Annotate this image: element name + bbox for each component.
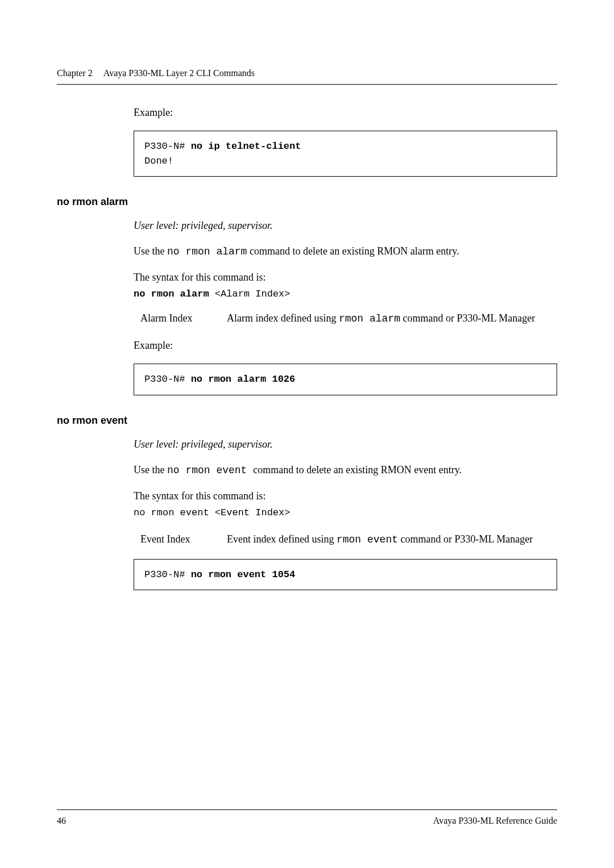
syntax-label: The syntax for this command is: [134, 489, 557, 504]
code-example-block: P330-N# no rmon alarm 1026 [134, 364, 557, 395]
desc-command: no rmon event [167, 465, 253, 476]
code-prompt: P330-N# [144, 141, 185, 152]
page-footer: 46 Avaya P330-ML Reference Guide [57, 809, 557, 826]
section-description: Use the no rmon event command to delete … [134, 462, 557, 478]
syntax-line: no rmon alarm <Alarm Index> [134, 289, 557, 299]
code-prompt: P330-N# [144, 569, 185, 580]
document-title: Avaya P330-ML Reference Guide [433, 816, 557, 826]
parameter-description: Alarm index defined using rmon alarm com… [227, 311, 557, 327]
section-heading-alarm: no rmon alarm [57, 196, 557, 208]
running-header: Chapter 2 Avaya P330-ML Layer 2 CLI Comm… [57, 68, 557, 78]
desc-text: Use the [134, 464, 167, 475]
example-label: Example: [134, 105, 557, 120]
desc-command: no rmon alarm [167, 246, 247, 257]
parameter-row: Alarm Index Alarm index defined using rm… [134, 311, 557, 327]
param-command: rmon alarm [339, 313, 400, 324]
code-output: Done! [144, 156, 173, 166]
section-description: Use the no rmon alarm command to delete … [134, 244, 557, 260]
code-example-block: P330-N# no ip telnet-client Done! [134, 131, 557, 177]
param-text: Alarm index defined using [227, 312, 339, 324]
code-command: no rmon event 1054 [191, 569, 296, 580]
code-command: no ip telnet-client [191, 141, 301, 152]
code-example-block: P330-N# no rmon event 1054 [134, 559, 557, 591]
syntax-line: no rmon event <Event Index> [134, 507, 557, 518]
page-number: 46 [57, 816, 66, 826]
example-label: Example: [134, 338, 557, 353]
desc-text: command to delete an existing RMON event… [253, 464, 462, 475]
user-level-note: User level: privileged, supervisor. [134, 437, 557, 452]
desc-text: Use the [134, 245, 167, 257]
header-divider [57, 84, 557, 85]
syntax-argument: <Alarm Index> [209, 289, 291, 299]
section-heading-event: no rmon event [57, 415, 557, 427]
param-text: Event index defined using [227, 533, 337, 545]
parameter-row: Event Index Event index defined using rm… [134, 532, 557, 548]
syntax-command: no rmon alarm [134, 289, 209, 299]
user-level-note: User level: privileged, supervisor. [134, 218, 557, 233]
code-prompt: P330-N# [144, 374, 185, 385]
parameter-description: Event index defined using rmon event com… [227, 532, 557, 548]
param-text: command or P330-ML Manager [400, 312, 535, 324]
desc-text: command to delete an existing RMON alarm… [247, 245, 459, 257]
parameter-name: Event Index [140, 532, 227, 548]
footer-divider [57, 809, 557, 810]
code-command: no rmon alarm 1026 [191, 374, 296, 385]
chapter-label: Chapter 2 [57, 68, 93, 78]
syntax-label: The syntax for this command is: [134, 270, 557, 285]
param-text: command or P330-ML Manager [398, 533, 533, 545]
parameter-name: Alarm Index [140, 311, 227, 327]
param-command: rmon event [337, 534, 398, 545]
chapter-title: Avaya P330-ML Layer 2 CLI Commands [103, 68, 255, 78]
